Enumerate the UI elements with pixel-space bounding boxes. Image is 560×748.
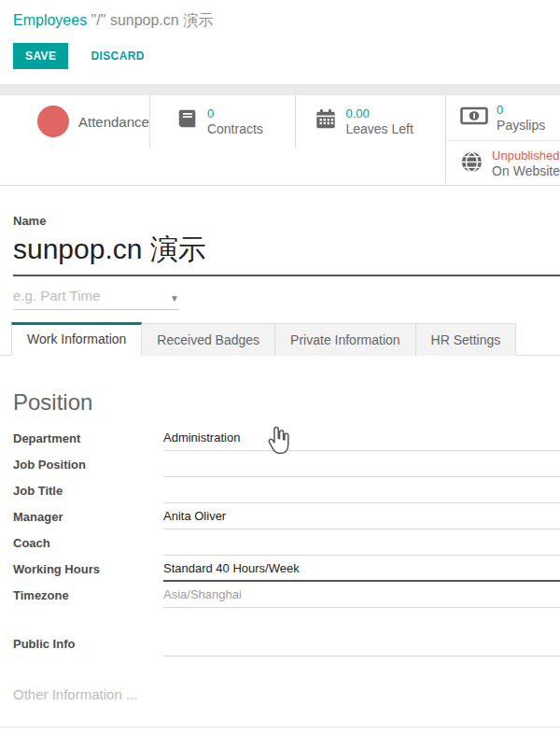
status-bar	[0, 84, 560, 95]
field-row-timezone: Timezone Asia/Shanghai	[13, 582, 560, 608]
department-input[interactable]: Administration	[163, 425, 560, 451]
banknote-icon	[460, 106, 488, 130]
attendance-status-icon	[37, 106, 69, 137]
discard-button[interactable]: DISCARD	[81, 43, 153, 69]
position-section-title: Position	[13, 389, 560, 416]
public-info-label: Public Info	[13, 630, 163, 656]
payslips-label: Payslips	[497, 118, 545, 134]
website-publish-button[interactable]: Unpublished On Website	[446, 141, 560, 186]
leaves-label: Leaves Left	[345, 121, 413, 137]
caret-down-icon[interactable]: ▼	[170, 293, 179, 303]
tab-work-information[interactable]: Work Information	[11, 322, 142, 356]
field-row-working-hours: Working Hours Standard 40 Hours/Week	[13, 556, 560, 582]
tags-input[interactable]: e.g. Part Time ▼	[13, 288, 179, 310]
contracts-count: 0	[207, 106, 263, 121]
bottom-divider	[0, 727, 560, 727]
attendance-stat-button[interactable]: Attendance	[0, 95, 150, 148]
attendance-label: Attendance	[78, 114, 149, 130]
job-title-input[interactable]	[163, 477, 560, 503]
tab-hr-settings[interactable]: HR Settings	[416, 323, 517, 356]
work-information-panel: Position Department Administration Job P…	[0, 389, 560, 702]
department-label: Department	[13, 425, 163, 451]
job-position-input[interactable]	[163, 451, 560, 477]
tab-received-badges[interactable]: Received Badges	[142, 323, 275, 356]
stat-right-column: 0 Payslips Unpublished	[445, 95, 560, 186]
breadcrumb-employees-link[interactable]: Employees	[13, 12, 87, 28]
timezone-input[interactable]: Asia/Shanghai	[163, 582, 560, 608]
book-icon	[176, 108, 199, 134]
leaves-count: 0.00	[345, 106, 413, 121]
job-position-label: Job Position	[13, 451, 163, 477]
breadcrumb: Employees "/" sunpop.cn 演示	[0, 0, 560, 31]
globe-icon	[460, 150, 483, 177]
field-row-manager: Manager Anita Oliver	[13, 503, 560, 529]
job-title-label: Job Title	[13, 477, 163, 503]
working-hours-input[interactable]: Standard 40 Hours/Week	[163, 556, 560, 582]
tab-private-information[interactable]: Private Information	[275, 323, 416, 356]
form-action-bar: SAVE DISCARD	[13, 43, 560, 69]
tags-placeholder: e.g. Part Time	[13, 288, 100, 303]
field-row-job-position: Job Position	[13, 451, 560, 477]
calendar-icon	[315, 108, 337, 134]
contracts-label: Contracts	[207, 121, 263, 137]
manager-input[interactable]: Anita Oliver	[163, 503, 560, 529]
name-field-label: Name	[13, 214, 560, 228]
website-status: Unpublished	[492, 148, 560, 163]
manager-label: Manager	[13, 503, 163, 529]
contracts-stat-button[interactable]: 0 Contracts	[150, 95, 297, 148]
payslips-stat-button[interactable]: 0 Payslips	[446, 95, 560, 141]
public-info-input[interactable]	[163, 630, 560, 656]
save-button[interactable]: SAVE	[13, 43, 68, 69]
stat-button-area: Attendance 0 Contracts	[0, 95, 560, 186]
field-row-job-title: Job Title	[13, 477, 560, 503]
breadcrumb-separator: "/"	[91, 12, 106, 28]
website-label: On Website	[492, 163, 560, 179]
leaves-stat-button[interactable]: 0.00 Leaves Left	[296, 95, 445, 148]
working-hours-label: Working Hours	[13, 556, 163, 582]
breadcrumb-current: sunpop.cn 演示	[110, 12, 213, 28]
coach-label: Coach	[13, 529, 163, 556]
field-row-coach: Coach	[13, 529, 560, 556]
timezone-label: Timezone	[13, 582, 163, 608]
employee-name-input[interactable]: sunpop.cn 演示	[13, 228, 560, 276]
coach-input[interactable]	[163, 529, 560, 556]
field-row-public-info: Public Info	[13, 630, 560, 656]
notebook-tabs: Work Information Received Badges Private…	[0, 322, 560, 356]
payslips-count: 0	[497, 102, 545, 118]
notes-textarea[interactable]: Other Information ...	[13, 686, 560, 702]
field-row-department: Department Administration	[13, 425, 560, 451]
